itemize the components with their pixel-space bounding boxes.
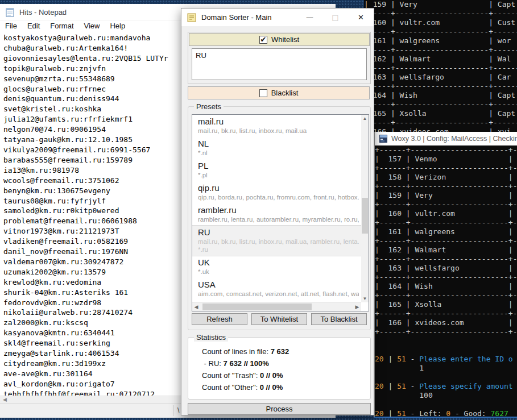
- sorter-titlebar[interactable]: Domain Sorter - Main — □ ✕: [181, 9, 374, 26]
- preset-item-mail-ru[interactable]: mail.rumail.ru, bk.ru, list.ru, inbox.ru…: [192, 115, 361, 137]
- preset-item-uk[interactable]: UK*.uk: [192, 256, 361, 278]
- menu-item-format[interactable]: Format: [45, 22, 78, 30]
- console-text: +------+----------------------+------: [375, 182, 517, 190]
- woxy-console-body: +------+----------------------+------ | …: [375, 145, 517, 417]
- blacklist-label: Blacklist: [271, 89, 299, 97]
- statistic-value: 0 // 0%: [260, 371, 283, 380]
- menu-item-help[interactable]: Help: [105, 22, 130, 30]
- preset-domains: qip.ru, borda.ru, pochta.ru, fromru.com,…: [198, 193, 359, 201]
- whitelist-input[interactable]: RU: [192, 48, 367, 80]
- preset-item-nl[interactable]: NL*.nl: [192, 137, 361, 159]
- preset-item-ru[interactable]: RUmail.ru, bk.ru, list.ru, inbox.ru, mai…: [192, 226, 361, 256]
- console-text: +------+----------------------+------: [375, 291, 517, 300]
- sorter-close-button[interactable]: ✕: [348, 9, 374, 26]
- statistics-groupbox: Statistics Count of lines in file: 7 632…: [188, 337, 371, 400]
- statistic-value: 7 632: [271, 347, 289, 356]
- console-text: 51: [397, 382, 406, 390]
- console-text: 20: [375, 409, 384, 417]
- menu-item-edit[interactable]: Edit: [22, 22, 45, 30]
- preset-item-pl[interactable]: PL*.pl: [192, 159, 361, 181]
- preset-domains: *.pl: [198, 171, 359, 179]
- console-text: -: [406, 382, 419, 390]
- desktop: | 159 | Very | Capt +-----+-------------…: [0, 0, 517, 420]
- presets-vertical-scrollbar[interactable]: ▲ ▼: [361, 115, 369, 302]
- console-text: +------+----------------------+------: [375, 236, 517, 245]
- woxy-title: Woxy 3.0 | Config: MailAccess | Checking: [391, 135, 517, 143]
- console-reply: 100: [375, 391, 433, 400]
- console-reply: 1: [375, 364, 424, 372]
- to-blacklist-button[interactable]: To Blacklist: [311, 313, 367, 325]
- statistic-line: Count of "Trash": 0 // 0%: [202, 371, 283, 380]
- statusbar-text-fragment: \: [177, 406, 179, 414]
- whitelist-checkbox[interactable]: ✔: [259, 36, 267, 44]
- statistics-group-label: Statistics: [194, 333, 228, 342]
- console-row: | 164 | Wish |: [375, 282, 513, 290]
- whitelist-label: Whitelist: [271, 35, 299, 44]
- preset-domains: rambler.ru, lenta.ru, autorambler.ru, my…: [198, 215, 359, 223]
- console-row: | 163 | wellsfargo |: [375, 264, 513, 272]
- preset-name: USA: [198, 280, 359, 290]
- scroll-down-arrow-icon[interactable]: ▼: [361, 295, 369, 302]
- menu-item-file[interactable]: File: [0, 22, 22, 30]
- console-row: | 161 | walgreens |: [375, 227, 513, 236]
- preset-item-usa[interactable]: USAaim.com, comcast.net, verizon.net, at…: [192, 278, 361, 300]
- woxy-console-window: Woxy 3.0 | Config: MailAccess | Checking…: [374, 132, 517, 418]
- statistic-label: Count of "Other":: [202, 383, 260, 392]
- preset-domains: *.nl: [198, 149, 359, 157]
- scroll-up-arrow-icon[interactable]: ▲: [361, 115, 369, 122]
- woxy-titlebar[interactable]: Woxy 3.0 | Config: MailAccess | Checking: [375, 132, 517, 145]
- vertical-scroll-thumb[interactable]: [362, 198, 368, 234]
- scroll-right-arrow-icon[interactable]: ▶: [353, 303, 361, 311]
- sorter-maximize-button[interactable]: □: [322, 9, 348, 26]
- presets-group-label: Presets: [194, 102, 224, 111]
- console-text: 0: [446, 409, 450, 417]
- whitelist-panel: ✔ Whitelist RU: [188, 32, 371, 84]
- console-row: | 162 | Walmart |: [375, 246, 513, 254]
- console-text: +------+----------------------+------: [375, 309, 517, 318]
- statistic-label: Count of "Trash":: [202, 371, 260, 380]
- statistic-value: 7 632 // 100%: [224, 359, 269, 368]
- preset-domains: aim.com, comcast.net, verizon.net, att.n…: [198, 290, 359, 298]
- console-text: - Left:: [406, 409, 446, 417]
- menu-item-view[interactable]: View: [79, 22, 105, 30]
- console-text: +------+----------------------+------: [375, 327, 517, 336]
- preset-domains: mail.ru, bk.ru, list.ru, inbox.ru, mail.…: [198, 127, 359, 135]
- console-text: +------+----------------------+------: [375, 200, 517, 209]
- console-row: | 165 | Xsolla |: [375, 300, 513, 309]
- sorter-title: Domain Sorter - Main: [201, 13, 272, 22]
- preset-domains: *.ru: [198, 246, 359, 253]
- console-text: |: [384, 382, 397, 390]
- statistic-line: Count of "Other": 0 // 0%: [202, 383, 283, 392]
- preset-name: rambler.ru: [198, 205, 359, 215]
- console-text: 20: [375, 355, 384, 363]
- console-text: +------+----------------------+------: [375, 273, 517, 281]
- process-button[interactable]: Process: [188, 403, 371, 415]
- scroll-left-arrow-icon[interactable]: ◀: [192, 303, 200, 311]
- preset-item-rambler-ru[interactable]: rambler.rurambler.ru, lenta.ru, autoramb…: [192, 203, 361, 226]
- domain-sorter-window: Domain Sorter - Main — □ ✕ ✔ Whitelist R…: [181, 8, 374, 415]
- preset-name: qip.ru: [198, 183, 359, 193]
- console-row: | 160 | vultr.com |: [375, 209, 513, 218]
- console-text: +------+----------------------+------: [375, 164, 517, 172]
- console-text: 20: [375, 382, 384, 390]
- presets-horizontal-scrollbar[interactable]: ◀ ▶: [192, 302, 361, 311]
- sorter-minimize-button[interactable]: —: [297, 9, 322, 26]
- statistic-line: Count of lines in file: 7 632: [202, 347, 289, 356]
- to-whitelist-button[interactable]: To Whitelist: [251, 313, 307, 325]
- preset-domains: *.uk: [198, 268, 359, 276]
- console-text: 51: [397, 355, 406, 363]
- preset-item-qip-ru[interactable]: qip.ruqip.ru, borda.ru, pochta.ru, fromr…: [192, 181, 361, 203]
- background-console-output: | 159 | Very | Capt +-----+-------------…: [364, 0, 517, 134]
- blacklist-header: Blacklist: [188, 86, 370, 99]
- preset-name: mail.ru: [198, 117, 359, 127]
- sorter-app-icon: [187, 13, 197, 23]
- horizontal-scroll-thumb[interactable]: [202, 303, 312, 310]
- notepad-icon: [5, 7, 15, 17]
- presets-listbox: mail.rumail.ru, bk.ru, list.ru, inbox.ru…: [192, 114, 369, 311]
- preset-name: NL: [198, 139, 359, 149]
- blacklist-checkbox[interactable]: [259, 89, 267, 97]
- refresh-button[interactable]: Refresh: [192, 313, 247, 325]
- presets-groupbox: Presets mail.rumail.ru, bk.ru, list.ru, …: [188, 106, 371, 330]
- console-text: - Good:: [450, 409, 490, 417]
- console-text: |: [384, 409, 397, 417]
